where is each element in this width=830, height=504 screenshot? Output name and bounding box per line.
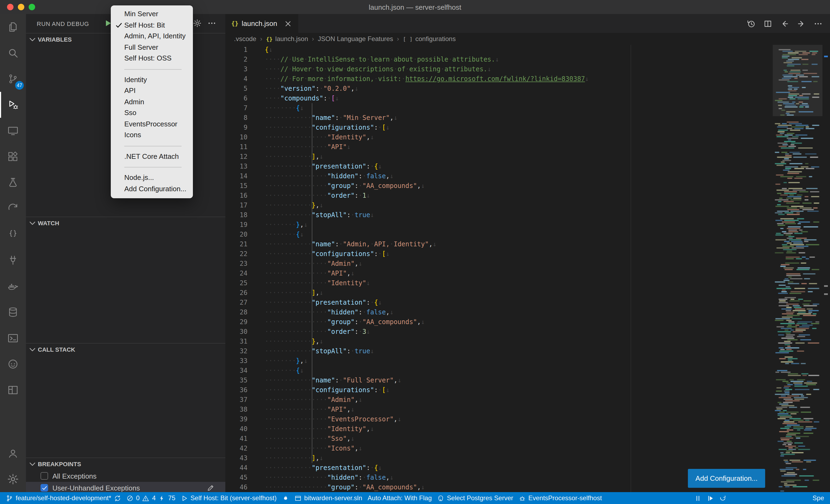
section-header-watch[interactable]: WATCH	[26, 217, 225, 229]
activity-item-remote-explorer[interactable]	[0, 118, 26, 144]
code-line[interactable]: 15················"group":·"AA_compounds…	[225, 181, 773, 191]
zoom-window-button[interactable]	[29, 4, 35, 10]
line-number[interactable]: 20	[225, 230, 248, 239]
line-number[interactable]: 15	[225, 181, 248, 191]
status-auto-attach[interactable]: Auto Attach: With Flag	[365, 492, 435, 504]
line-number[interactable]: 1	[225, 45, 248, 55]
code-line[interactable]: 3····//·Hover·to·view·descriptions·of·ex…	[225, 64, 773, 74]
status-pause[interactable]	[692, 492, 704, 504]
menu-item[interactable]: Icons	[111, 130, 193, 141]
line-number[interactable]: 32	[225, 346, 248, 356]
line-number[interactable]: 27	[225, 298, 248, 307]
menu-item[interactable]: Add Configuration...	[111, 183, 193, 195]
breakpoint-row[interactable]: All Exceptions	[26, 470, 225, 482]
code-line[interactable]: 11················"API"↓	[225, 142, 773, 152]
activity-item-storage[interactable]	[0, 299, 26, 325]
line-number[interactable]: 17	[225, 200, 248, 210]
code-line[interactable]: 41················"Sso",↓	[225, 434, 773, 443]
code-line[interactable]: 1{↓	[225, 45, 773, 55]
status-solution[interactable]: bitwarden-server.sln	[292, 492, 365, 504]
line-number[interactable]: 3	[225, 64, 248, 74]
code-line[interactable]: 35············"name":·"Full·Server",↓	[225, 375, 773, 385]
code-line[interactable]: 36············"configurations":·[↓	[225, 385, 773, 395]
line-number[interactable]: 33	[225, 356, 248, 366]
activity-item-docker[interactable]	[0, 273, 26, 299]
line-number[interactable]: 23	[225, 259, 248, 268]
watch-body[interactable]	[26, 229, 225, 343]
menu-item[interactable]: .NET Core Attach	[111, 151, 193, 162]
line-number[interactable]: 40	[225, 424, 248, 434]
code-line[interactable]: 16················"order":·1↓	[225, 191, 773, 200]
forward-icon[interactable]	[797, 19, 806, 28]
code-line[interactable]: 5····"version":·"0.2.0",↓	[225, 84, 773, 94]
activity-item-terminal-view[interactable]	[0, 325, 26, 351]
code-line[interactable]: 27············"presentation":·{↓	[225, 298, 773, 307]
line-number[interactable]: 41	[225, 434, 248, 443]
line-number[interactable]: 45	[225, 473, 248, 482]
split-editor-icon[interactable]	[764, 19, 772, 28]
code-line[interactable]: 39················"EventsProcessor",↓	[225, 414, 773, 424]
line-number[interactable]: 6	[225, 94, 248, 103]
code-line[interactable]: 32············"stopAll":·true↓	[225, 346, 773, 356]
code-line[interactable]: 24················"API",↓	[225, 268, 773, 278]
line-number[interactable]: 26	[225, 288, 248, 298]
code-line[interactable]: 7········{↓	[225, 103, 773, 113]
code-line[interactable]: 25················"Identity"↓	[225, 278, 773, 288]
line-number[interactable]: 22	[225, 249, 248, 259]
line-number[interactable]: 39	[225, 414, 248, 424]
tab-launch-json[interactable]: {} launch.json	[225, 14, 298, 33]
activity-item-copilot[interactable]	[0, 351, 26, 377]
code-line[interactable]: 33········},↓	[225, 356, 773, 366]
line-number[interactable]: 35	[225, 375, 248, 385]
code-line[interactable]: 13············"presentation":·{↓	[225, 162, 773, 171]
status-events-processor[interactable]: EventsProcessor-selfhost	[516, 492, 604, 504]
code-line[interactable]: 31············},↓	[225, 337, 773, 346]
line-number[interactable]: 36	[225, 385, 248, 395]
activity-item-layouts[interactable]	[0, 377, 26, 403]
code-line[interactable]: 9············"configurations":·[↓	[225, 123, 773, 132]
code-line[interactable]: 6····"compounds":·[↓	[225, 94, 773, 103]
line-number[interactable]: 43	[225, 453, 248, 463]
gear-icon[interactable]	[193, 19, 201, 28]
line-number[interactable]: 21	[225, 239, 248, 249]
add-configuration-button[interactable]: Add Configuration...	[688, 469, 765, 488]
menu-item[interactable]: Full Server	[111, 42, 193, 53]
menu-item[interactable]: Identity	[111, 74, 193, 86]
breadcrumb-item[interactable]: [ ]configurations	[403, 35, 456, 43]
section-header-call-stack[interactable]: CALL STACK	[26, 343, 225, 356]
code-line[interactable]: 4····//·For·more·information,·visit:·htt…	[225, 74, 773, 84]
code-line[interactable]: 20········{↓	[225, 230, 773, 239]
line-number[interactable]: 24	[225, 268, 248, 278]
line-number[interactable]: 28	[225, 307, 248, 317]
line-number[interactable]: 4	[225, 74, 248, 84]
code-line[interactable]: 17············},↓	[225, 200, 773, 210]
activity-item-search[interactable]	[0, 40, 26, 66]
line-number[interactable]: 44	[225, 463, 248, 473]
line-number[interactable]: 11	[225, 142, 248, 152]
overview-ruler[interactable]	[823, 45, 830, 492]
more-icon[interactable]	[814, 19, 823, 28]
activity-item-object-view[interactable]	[0, 222, 26, 247]
line-number[interactable]: 25	[225, 278, 248, 288]
line-number[interactable]: 14	[225, 171, 248, 181]
code-line[interactable]: 8············"name":·"Min·Server",↓	[225, 113, 773, 123]
minimize-window-button[interactable]	[18, 4, 24, 10]
menu-item[interactable]: Self Host: Bit	[111, 20, 193, 31]
line-number[interactable]: 7	[225, 103, 248, 113]
activity-item-extensions[interactable]	[0, 144, 26, 170]
code-line[interactable]: 34········{↓	[225, 366, 773, 375]
status-resume[interactable]	[704, 492, 716, 504]
checkbox[interactable]	[40, 484, 48, 492]
back-icon[interactable]	[780, 19, 789, 28]
line-number[interactable]: 46	[225, 482, 248, 492]
code-line[interactable]: 10················"Identity",↓	[225, 132, 773, 142]
close-window-button[interactable]	[7, 4, 13, 10]
menu-item[interactable]: API	[111, 86, 193, 96]
activity-item-connections[interactable]	[0, 247, 26, 273]
code-line[interactable]: 14················"hidden":·false,↓	[225, 171, 773, 181]
code-line[interactable]: 19········},↓	[225, 220, 773, 230]
call-stack-body[interactable]	[26, 356, 225, 458]
code-line[interactable]: 23················"Admin",↓	[225, 259, 773, 268]
minimap[interactable]	[773, 45, 823, 492]
history-icon[interactable]	[747, 19, 756, 28]
